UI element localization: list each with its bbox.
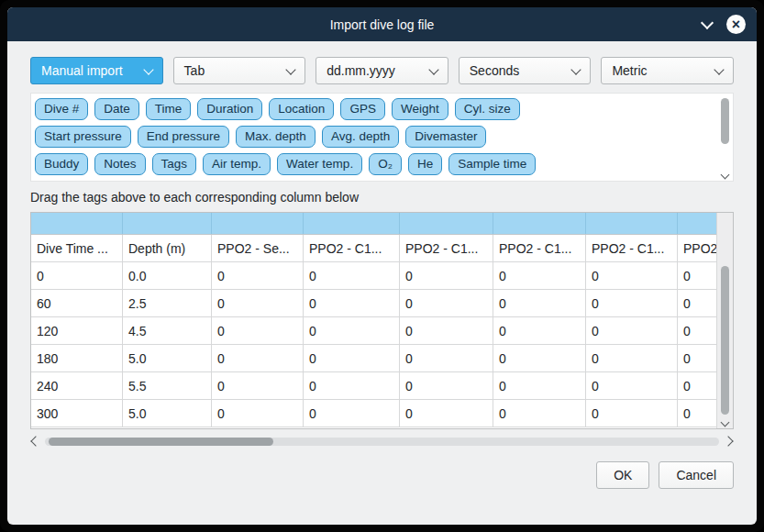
table-cell: 0 [678, 400, 716, 427]
combo-import-mode[interactable]: Manual import [30, 57, 163, 84]
cancel-button[interactable]: Cancel [659, 461, 734, 489]
scrollbar-thumb[interactable] [721, 98, 729, 144]
tag-buddy[interactable]: Buddy [35, 153, 88, 175]
table-row: 1805.0000000 [31, 345, 716, 372]
table-cell: 0 [400, 372, 493, 399]
tag-o[interactable]: O₂ [369, 153, 402, 175]
scroll-left-icon[interactable] [30, 436, 40, 446]
combo-duration-format[interactable]: Seconds [459, 57, 592, 84]
table-horizontal-scrollbar[interactable] [30, 435, 734, 449]
scroll-down-icon[interactable] [721, 171, 730, 180]
table-cell: 0 [678, 345, 716, 371]
scroll-right-icon[interactable] [723, 436, 733, 446]
tag-row: Sample depthSample temp.Sample pO₂Sample… [35, 181, 713, 182]
table-vertical-scrollbar[interactable] [716, 213, 733, 428]
table-cell: 0 [586, 345, 678, 371]
table-cell: 0 [678, 262, 716, 289]
table-cell: 0 [493, 317, 586, 344]
column-drop-slot[interactable] [493, 213, 586, 234]
tag-area-scrollbar[interactable] [718, 95, 731, 179]
table-cell: 0 [493, 262, 586, 289]
table-cell: 0 [212, 290, 304, 316]
scrollbar-thumb[interactable] [721, 266, 729, 415]
table-cell: 0 [304, 400, 400, 427]
combo-field-separator[interactable]: Tab [173, 57, 306, 84]
table-row [31, 213, 716, 235]
table-cell: 5.0 [123, 345, 212, 371]
tag-gps[interactable]: GPS [340, 98, 385, 120]
close-icon[interactable]: × [726, 15, 746, 34]
table-cell: 5.5 [123, 372, 212, 399]
table-cell: 0 [678, 372, 716, 399]
tag-divemaster[interactable]: Divemaster [405, 126, 486, 148]
tag-sample-po[interactable]: Sample pO₂ [238, 181, 323, 182]
table-cell: 0 [212, 345, 304, 371]
column-drop-slot[interactable] [678, 213, 716, 234]
column-drop-slot[interactable] [123, 213, 212, 234]
tag-sample-depth[interactable]: Sample depth [35, 181, 129, 182]
tag-start-pressure[interactable]: Start pressure [35, 126, 131, 148]
column-drop-slot[interactable] [212, 213, 304, 234]
tag-area: Dive #DateTimeDurationLocationGPSWeightC… [30, 93, 734, 182]
table-row: 3005.0000000 [31, 400, 716, 427]
table-cell: 0 [400, 345, 493, 371]
table-cell: 0.0 [123, 262, 212, 289]
window-title: Import dive log file [330, 17, 435, 32]
table-cell: 0 [493, 290, 586, 316]
scroll-down-icon[interactable] [721, 418, 730, 427]
table-cell: 120 [31, 317, 123, 344]
tag-duration[interactable]: Duration [197, 98, 262, 120]
chevron-down-icon [428, 64, 438, 74]
tag-sample-cns[interactable]: Sample CNS [328, 181, 418, 182]
tag-location[interactable]: Location [269, 98, 334, 120]
tag-sample-temp[interactable]: Sample temp. [136, 181, 230, 182]
tag-dive[interactable]: Dive # [35, 98, 88, 120]
column-drop-slot[interactable] [586, 213, 678, 234]
table-cell: 0 [586, 290, 678, 316]
tag-weight[interactable]: Weight [392, 98, 448, 120]
scrollbar-thumb[interactable] [49, 438, 273, 446]
table-row: 1204.5000000 [31, 317, 716, 345]
table-cell: 60 [31, 290, 123, 316]
tag-sample-time[interactable]: Sample time [448, 153, 536, 175]
table-cell: 0 [304, 290, 400, 316]
tag-time[interactable]: Time [146, 98, 192, 120]
titlebar[interactable]: Import dive log file × [7, 7, 757, 41]
shade-chevron-down-icon[interactable] [701, 16, 714, 28]
instruction-label: Drag the tags above to each correspondin… [30, 190, 734, 205]
combo-date-format[interactable]: dd.mm.yyyy [316, 57, 448, 84]
table-row: 2405.5000000 [31, 372, 716, 400]
tag-date[interactable]: Date [94, 98, 139, 120]
table-cell: 0 [400, 290, 493, 316]
table-cell: 0 [304, 345, 400, 371]
tag-end-pressure[interactable]: End pressure [138, 126, 229, 148]
column-drop-slot[interactable] [400, 213, 493, 234]
tag-cyl-size[interactable]: Cyl. size [455, 98, 520, 120]
tag-water-temp[interactable]: Water temp. [277, 153, 362, 175]
scrollbar-track[interactable] [45, 438, 719, 446]
titlebar-controls: × [703, 7, 746, 41]
table-cell: 0 [304, 372, 400, 399]
table-column-header: PPO2 - C1... [400, 235, 493, 261]
table-cell: 0 [212, 400, 304, 427]
table-column-header: PPO2 - C1... [586, 235, 678, 261]
table-cell: 4.5 [123, 317, 212, 344]
table-cell: 0 [400, 262, 493, 289]
combo-units[interactable]: Metric [601, 57, 734, 84]
table-cell: 0 [400, 400, 493, 427]
combo-value: Manual import [41, 63, 123, 78]
ok-button[interactable]: OK [596, 461, 649, 489]
tag-max-depth[interactable]: Max. depth [236, 126, 316, 148]
column-drop-slot[interactable] [31, 213, 123, 234]
tag-notes[interactable]: Notes [94, 153, 145, 175]
import-dialog: Import dive log file × Manual import Tab… [7, 7, 757, 525]
tag-he[interactable]: He [408, 153, 442, 175]
tag-air-temp[interactable]: Air temp. [203, 153, 271, 175]
table-cell: 0 [493, 345, 586, 371]
table-cell: 0 [31, 262, 123, 289]
tag-avg-depth[interactable]: Avg. depth [322, 126, 399, 148]
table-cell: 0 [212, 372, 304, 399]
table-cell: 0 [212, 262, 304, 289]
tag-tags[interactable]: Tags [152, 153, 197, 175]
column-drop-slot[interactable] [304, 213, 400, 234]
